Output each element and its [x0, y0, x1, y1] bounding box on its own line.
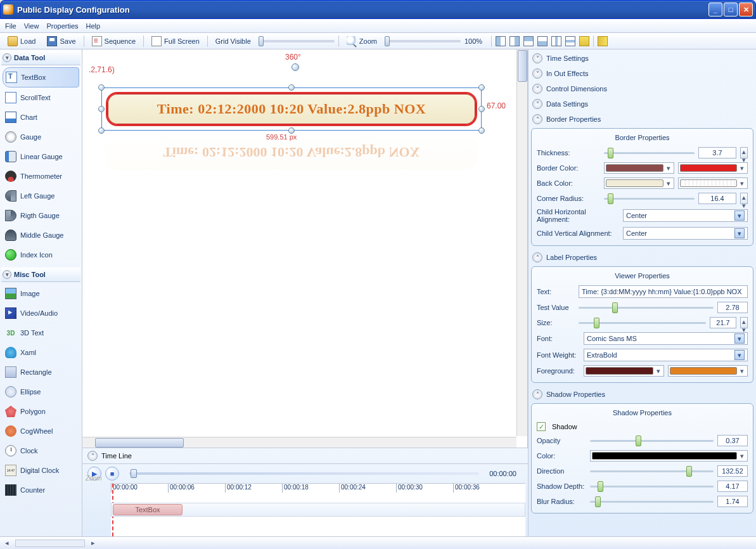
tool-index-icon[interactable]: Index Icon — [3, 245, 79, 264]
resize-handle-br[interactable] — [478, 127, 485, 134]
thickness-spinner[interactable]: ▴▾ — [740, 147, 748, 158]
sequence-button[interactable]: Sequence — [88, 35, 140, 48]
depth-value[interactable]: 4.17 — [717, 481, 748, 492]
statusbar-next[interactable]: ▸ — [91, 539, 95, 547]
tool-gauge[interactable]: Gauge — [3, 127, 79, 146]
stop-button[interactable]: ■ — [105, 467, 119, 481]
tool-video/audio[interactable]: Video/Audio — [3, 304, 79, 323]
section-control-dimensions[interactable]: ˅Control Dimensions — [531, 81, 753, 96]
tool-counter[interactable]: Counter — [3, 481, 79, 500]
tool-left-gauge[interactable]: Left Gauge — [3, 186, 79, 205]
menu-help[interactable]: Help — [86, 22, 101, 30]
tool-polygon[interactable]: Polygon — [3, 402, 79, 421]
timeline-header[interactable]: ˄ Time Line — [82, 448, 528, 464]
section-shadow-properties[interactable]: ˄Shadow Properties — [531, 387, 753, 402]
corner-value[interactable]: 16.4 — [698, 193, 736, 204]
canvas-scrollbar-v[interactable] — [516, 49, 527, 436]
opacity-slider[interactable] — [590, 440, 714, 442]
back-color-2[interactable]: ▾ — [678, 178, 748, 189]
shadow-checkbox[interactable]: ✓ — [537, 422, 546, 431]
size-slider[interactable] — [579, 322, 706, 324]
tool-textbox[interactable]: TextBox — [3, 67, 79, 87]
selected-object[interactable]: 360° .2,71.6) Time: 02:12:2000 10:20 Val… — [101, 87, 482, 131]
menu-view[interactable]: View — [24, 22, 39, 30]
tool-scrolltext[interactable]: ScrollText — [3, 88, 79, 107]
align-left-icon[interactable] — [496, 36, 506, 46]
tool-xaml[interactable]: Xaml — [3, 343, 79, 362]
thickness-slider[interactable] — [604, 152, 695, 154]
resize-handle-mr[interactable] — [478, 106, 485, 112]
tool-image[interactable]: Image — [3, 284, 79, 303]
tool-chart[interactable]: Chart — [3, 108, 79, 127]
corner-spinner[interactable]: ▴▾ — [740, 193, 748, 204]
font-select[interactable]: Comic Sans MS▾ — [584, 332, 748, 345]
fontweight-select[interactable]: ExtraBold▾ — [584, 349, 748, 361]
tool-clock[interactable]: Clock — [3, 441, 79, 460]
statusbar-prev[interactable]: ◂ — [5, 539, 9, 547]
text-input[interactable]: Time: {3:dd:MM:yyyy hh:mm} Value:{1:0.0}… — [579, 285, 748, 298]
corner-slider[interactable] — [604, 198, 695, 200]
back-color-1[interactable]: ▾ — [604, 178, 674, 189]
fg-color-1[interactable]: ▾ — [584, 365, 664, 377]
section-inout-effects[interactable]: ˅In Out Effects — [531, 66, 753, 81]
resize-handle-mt[interactable] — [288, 84, 295, 91]
grid-slider[interactable] — [259, 40, 335, 42]
resize-handle-tl[interactable] — [98, 84, 105, 91]
menu-file[interactable]: File — [5, 22, 16, 30]
shadow-color[interactable]: ▾ — [590, 450, 748, 462]
direction-value[interactable]: 132.52 — [717, 465, 748, 477]
timeline-ruler[interactable]: Zoom 00:00:0000:00:0600:00:1200:00:1800:… — [111, 483, 525, 536]
tool-linear-gauge[interactable]: Linear Gauge — [3, 147, 79, 166]
align-center-h-icon[interactable] — [551, 36, 561, 46]
tool-3d-text[interactable]: 3D3D Text — [3, 323, 79, 342]
size-spinner[interactable]: ▴▾ — [740, 317, 748, 328]
section-time-settings[interactable]: ˅Time Settings — [531, 51, 753, 66]
section-border-properties[interactable]: ˄Border Properties — [531, 112, 753, 127]
fullscreen-button[interactable]: Full Screen — [148, 35, 203, 48]
size-value[interactable]: 21.7 — [710, 317, 736, 328]
border-color-1[interactable]: ▾ — [604, 162, 674, 174]
align-center-v-icon[interactable] — [565, 36, 575, 46]
testvalue-value[interactable]: 2.78 — [717, 302, 748, 313]
tool-rigth-gauge[interactable]: Rigth Gauge — [3, 206, 79, 225]
border-color-2[interactable]: ▾ — [678, 162, 748, 174]
save-button[interactable]: Save — [43, 35, 79, 48]
rotation-handle[interactable] — [292, 63, 299, 71]
misc-tool-header[interactable]: ▾ Misc Tool — [1, 268, 80, 282]
halign-select[interactable]: Center▾ — [623, 209, 748, 222]
design-canvas[interactable]: 360° .2,71.6) Time: 02:12:2000 10:20 Val… — [82, 49, 528, 448]
resize-handle-tr[interactable] — [478, 84, 485, 91]
data-tool-header[interactable]: ▾ Data Tool — [1, 51, 80, 65]
testvalue-slider[interactable] — [579, 307, 714, 309]
blur-slider[interactable] — [590, 501, 714, 503]
thickness-value[interactable]: 3.7 — [698, 147, 736, 158]
ruler-v-icon[interactable] — [598, 36, 608, 46]
tool-cogwheel[interactable]: CogWheel — [3, 422, 79, 441]
align-right-icon[interactable] — [509, 36, 520, 46]
timeline-slider[interactable] — [129, 472, 479, 475]
maximize-button[interactable]: □ — [724, 3, 738, 16]
load-button[interactable]: Load — [4, 35, 39, 48]
opacity-value[interactable]: 0.37 — [717, 435, 748, 446]
blur-value[interactable]: 1.74 — [717, 496, 748, 507]
tool-thermometer[interactable]: Thermometer — [3, 167, 79, 186]
section-label-properties[interactable]: ˄Label Properties — [531, 250, 753, 265]
fg-color-2[interactable]: ▾ — [668, 365, 748, 377]
depth-slider[interactable] — [590, 486, 714, 488]
tool-rectangle[interactable]: Rectangle — [3, 363, 79, 382]
align-top-icon[interactable] — [523, 36, 534, 46]
zoom-slider[interactable] — [385, 40, 461, 42]
tool-digital-clock[interactable]: 14:47Digital Clock — [3, 461, 79, 480]
resize-handle-ml[interactable] — [98, 106, 105, 112]
statusbar-scroll[interactable] — [15, 539, 85, 547]
align-bottom-icon[interactable] — [537, 36, 548, 46]
ruler-h-icon[interactable] — [579, 36, 589, 46]
textbox-widget[interactable]: Time: 02:12:2000 10:20 Value:2.8ppb NOX — [106, 92, 477, 126]
close-button[interactable]: ✕ — [739, 3, 753, 16]
direction-slider[interactable] — [590, 470, 714, 472]
canvas-scrollbar-h[interactable] — [82, 437, 516, 448]
tool-middle-gauge[interactable]: Middle Gauge — [3, 226, 79, 245]
menu-properties[interactable]: Properties — [46, 22, 78, 30]
section-data-settings[interactable]: ˅Data Settings — [531, 96, 753, 112]
gridvisible-button[interactable]: Grid Visible — [212, 36, 255, 46]
